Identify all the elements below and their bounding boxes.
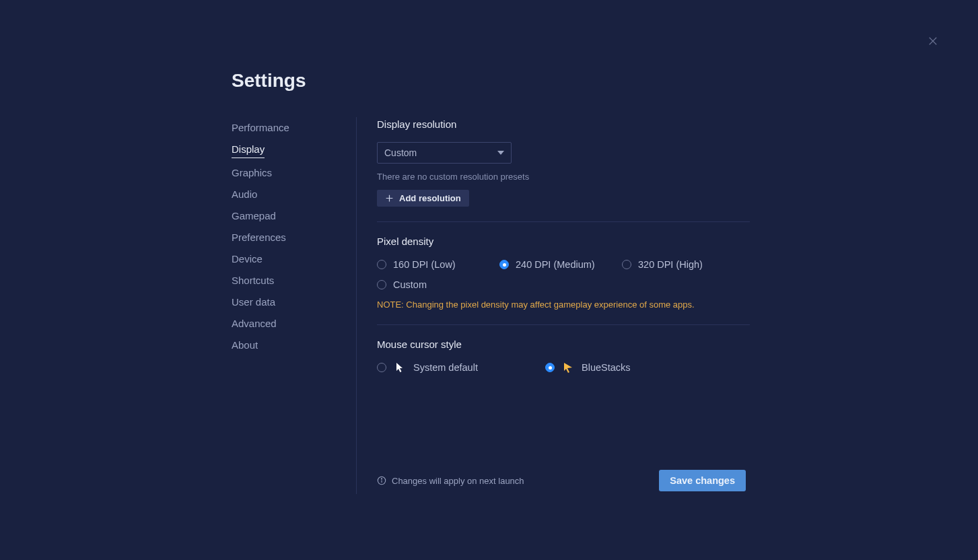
sidebar-item-gamepad[interactable]: Gamepad [232,209,276,223]
sidebar-item-advanced[interactable]: Advanced [232,317,277,330]
radio-cursor-system[interactable]: System default [377,362,545,373]
vertical-divider [356,117,357,494]
sidebar-item-performance[interactable]: Performance [232,121,289,135]
footer-note: Changes will apply on next launch [377,476,524,486]
add-resolution-button[interactable]: Add resolution [377,190,469,207]
radio-label: Custom [393,279,427,290]
sidebar-item-user-data[interactable]: User data [232,295,275,309]
sidebar-item-graphics[interactable]: Graphics [232,166,272,180]
radio-label: 320 DPI (High) [638,259,703,270]
section-cursor-style: Mouse cursor style System default [377,339,750,388]
section-title-cursor: Mouse cursor style [377,339,750,350]
sidebar-item-preferences[interactable]: Preferences [232,231,286,244]
radio-icon [622,260,631,269]
save-changes-button[interactable]: Save changes [659,470,746,491]
section-display-resolution: Display resolution Custom There are no c… [377,118,750,222]
resolution-hint: There are no custom resolution presets [377,172,750,182]
radio-label: 240 DPI (Medium) [516,259,595,270]
radio-label: System default [413,362,478,373]
density-note: NOTE: Changing the pixel density may aff… [377,300,750,310]
info-icon [377,476,386,485]
sidebar-item-device[interactable]: Device [232,252,263,266]
radio-cursor-bluestacks[interactable]: BlueStacks [545,362,680,373]
page-title: Settings [232,70,750,92]
sidebar: Performance Display Graphics Audio Gamep… [232,117,356,494]
sidebar-item-shortcuts[interactable]: Shortcuts [232,274,274,287]
radio-icon [377,280,386,289]
radio-icon [545,363,555,372]
section-pixel-density: Pixel density 160 DPI (Low) 240 DPI (Med… [377,236,750,325]
section-title-resolution: Display resolution [377,118,750,130]
svg-point-1 [381,479,382,479]
plus-icon [385,194,394,203]
section-title-density: Pixel density [377,236,750,247]
chevron-down-icon [497,151,504,155]
add-resolution-label: Add resolution [399,193,461,203]
cursor-default-icon [394,362,405,373]
radio-dpi-custom[interactable]: Custom [377,279,499,290]
sidebar-item-display[interactable]: Display [232,143,265,158]
radio-icon [377,363,386,372]
close-icon [927,35,939,47]
radio-dpi-320[interactable]: 320 DPI (High) [622,259,744,270]
cursor-bluestacks-icon [563,362,573,373]
sidebar-item-about[interactable]: About [232,339,258,352]
radio-label: BlueStacks [582,362,631,373]
resolution-select[interactable]: Custom [377,142,512,164]
sidebar-item-audio[interactable]: Audio [232,188,257,201]
content-panel: Display resolution Custom There are no c… [377,117,750,494]
resolution-select-value: Custom [384,147,417,158]
radio-dpi-160[interactable]: 160 DPI (Low) [377,259,499,270]
radio-label: 160 DPI (Low) [393,259,456,270]
radio-icon [377,260,386,269]
close-button[interactable] [927,35,943,51]
radio-icon [499,260,509,269]
radio-dpi-240[interactable]: 240 DPI (Medium) [499,259,622,270]
footer-note-text: Changes will apply on next launch [392,476,524,486]
